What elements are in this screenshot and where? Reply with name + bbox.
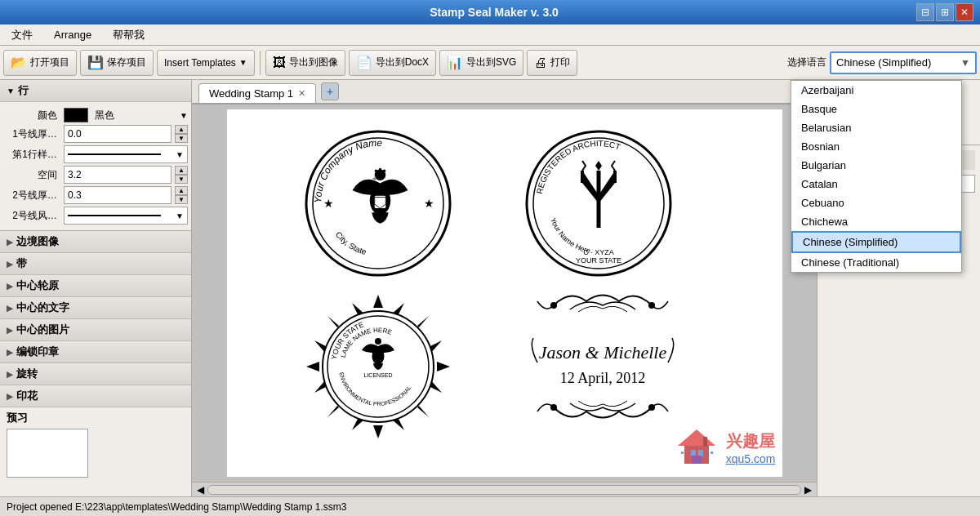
scroll-left-button[interactable]: ◀ (194, 484, 207, 496)
scroll-right-button[interactable]: ▶ (801, 484, 815, 496)
print-button[interactable]: 🖨 打印 (527, 50, 577, 76)
open-label: 打开项目 (30, 56, 69, 69)
spinner-up-icon[interactable]: ▲ (175, 125, 188, 134)
ellipse-radio[interactable] (901, 87, 911, 98)
minimize-button[interactable]: ⊟ (916, 3, 934, 21)
spinner-down-icon[interactable]: ▼ (175, 134, 188, 143)
radius-input[interactable] (871, 175, 975, 193)
circle-radio[interactable] (901, 106, 911, 117)
canvas-background: Your Company Name City, State ★ ★ (227, 109, 782, 477)
collapsed-icon: ▶ (7, 260, 13, 269)
preview-box (7, 429, 88, 478)
top-flourish (537, 296, 668, 313)
save-button[interactable]: 💾 保存项目 (80, 50, 154, 76)
line-style-2-label: 2号线风… (3, 209, 60, 223)
canvas-scroll-area[interactable]: Your Company Name City, State ★ ★ (192, 105, 817, 482)
preview-label: 预习 (7, 411, 185, 425)
line-style-1-box[interactable]: ▼ (64, 145, 188, 163)
star-label: 星 (851, 125, 860, 137)
polyline-radio[interactable] (901, 126, 911, 136)
space-spinner-down[interactable]: ▼ (175, 175, 188, 184)
star-radio[interactable] (822, 126, 833, 136)
svg-marker-20 (437, 362, 450, 371)
wedding-date: 12 April, 2012 (559, 370, 645, 386)
collapsed-icon: ▶ (7, 304, 13, 313)
stamp-licensed-svg: YOUR STATE LAME NAME HERE ENVIRONMENTAL … (301, 289, 456, 444)
line-thickness-2-field[interactable] (68, 189, 167, 201)
shape-polyline[interactable]: 〜 折线 (901, 122, 976, 140)
export-docx-icon: 📄 (356, 55, 372, 70)
line-thickness-1-field[interactable] (68, 128, 167, 140)
line-thickness-2-input[interactable] (64, 186, 172, 204)
app-title: Stamp Seal Maker v. 3.0 (72, 6, 916, 19)
svg-rect-51 (710, 452, 713, 454)
url-text: xqu5.com (726, 452, 776, 465)
open-icon: 📂 (11, 55, 27, 70)
wedding-name: Jason & Michelle (538, 342, 666, 363)
selected-language: Chinese (Simplified) (836, 56, 960, 69)
ellipse-label: 椭圆 (929, 87, 947, 99)
star-icon: ★ (836, 123, 848, 139)
line-style-2-box[interactable]: ▼ (64, 207, 188, 225)
shape-polygon[interactable]: ⬠ 多边形 (822, 85, 898, 100)
properties-panel: 属性 (mm) 半径 (817, 145, 980, 201)
save-icon: 💾 (87, 55, 104, 70)
collapsed-icon: ▶ (7, 370, 13, 379)
space-field[interactable] (68, 169, 167, 180)
shape-circle[interactable]: ○ 圆 (901, 104, 976, 119)
color-dropdown-icon[interactable]: ▼ (180, 111, 188, 120)
language-dropdown-button[interactable]: Chinese (Simplified) ▼ (830, 51, 977, 74)
export-docx-button[interactable]: 📄 导出到DocX (349, 50, 436, 76)
radius-field[interactable] (872, 178, 974, 189)
border-image-section[interactable]: ▶ 边境图像 (0, 231, 191, 253)
band-section[interactable]: ▶ 带 (0, 253, 191, 275)
export-image-button[interactable]: 🖼 导出到图像 (265, 50, 345, 76)
toolbar: 📂 打开项目 💾 保存项目 Insert Templates ▼ 🖼 导出到图像… (0, 46, 980, 80)
menu-help[interactable]: 帮帮我 (106, 26, 151, 44)
star-right: ★ (424, 197, 434, 210)
horizontal-scrollbar[interactable] (207, 485, 801, 495)
print-pattern-section[interactable]: ▶ 印花 (0, 385, 191, 407)
space-row: 空间 ▲ ▼ (3, 166, 188, 184)
edit-stamp-section[interactable]: ▶ 编锁印章 (0, 341, 191, 363)
line2-spinner-up[interactable]: ▲ (175, 186, 188, 195)
separator-1 (260, 51, 261, 75)
collapsed-icon: ▶ (7, 282, 13, 291)
export-image-label: 导出到图像 (289, 56, 338, 69)
center-outline-section[interactable]: ▶ 中心轮原 (0, 275, 191, 297)
menu-arrange[interactable]: Arrange (47, 27, 98, 42)
tab-close-icon[interactable]: ✕ (298, 88, 305, 99)
rotate-section[interactable]: ▶ 旋转 (0, 363, 191, 385)
center-text-section[interactable]: ▶ 中心的文字 (0, 297, 191, 319)
shape-rectangle[interactable]: ▭ 长方形 (822, 104, 898, 119)
close-button[interactable]: ✕ (956, 3, 973, 21)
dropdown-arrow-icon: ▼ (239, 58, 247, 67)
open-button[interactable]: 📂 打开项目 (3, 50, 77, 76)
band-label: 带 (16, 256, 27, 271)
line-thickness-1-input[interactable] (64, 125, 172, 143)
stamp-company: Your Company Name City, State ★ ★ (301, 126, 456, 283)
row-section-header[interactable]: ▼ 行 (0, 80, 191, 102)
shape-star[interactable]: ★ 星 (822, 122, 898, 140)
rectangle-radio[interactable] (822, 106, 833, 117)
svg-marker-17 (373, 295, 383, 308)
tab-wedding-stamp-1[interactable]: Wedding Stamp 1 ✕ (198, 83, 316, 103)
center-image-section[interactable]: ▶ 中心的图片 (0, 319, 191, 341)
line2-spinner-down[interactable]: ▼ (175, 195, 188, 204)
line-thickness-2-spinner: ▲ ▼ (175, 186, 188, 204)
space-spinner-up[interactable]: ▲ (175, 166, 188, 175)
color-swatch[interactable] (64, 108, 88, 122)
menu-file[interactable]: 文件 (5, 26, 39, 44)
maximize-button[interactable]: ⊞ (936, 3, 954, 21)
svg-point-39 (372, 349, 384, 365)
export-svg-button[interactable]: 📊 导出到SVG (439, 50, 523, 76)
space-input[interactable] (64, 166, 172, 184)
center-image-label: 中心的图片 (16, 322, 69, 337)
stamp-architect: REGISTERED ARCHITECT Your Name Here (521, 126, 676, 283)
polygon-radio[interactable] (822, 87, 833, 98)
shape-ellipse[interactable]: ⬭ 椭圆 (901, 85, 976, 100)
insert-templates-button[interactable]: Insert Templates ▼ (157, 50, 255, 76)
canvas-area: Wedding Stamp 1 ✕ + (192, 80, 817, 496)
add-tab-button[interactable]: + (321, 82, 339, 100)
circle-label: 圆 (925, 105, 934, 118)
